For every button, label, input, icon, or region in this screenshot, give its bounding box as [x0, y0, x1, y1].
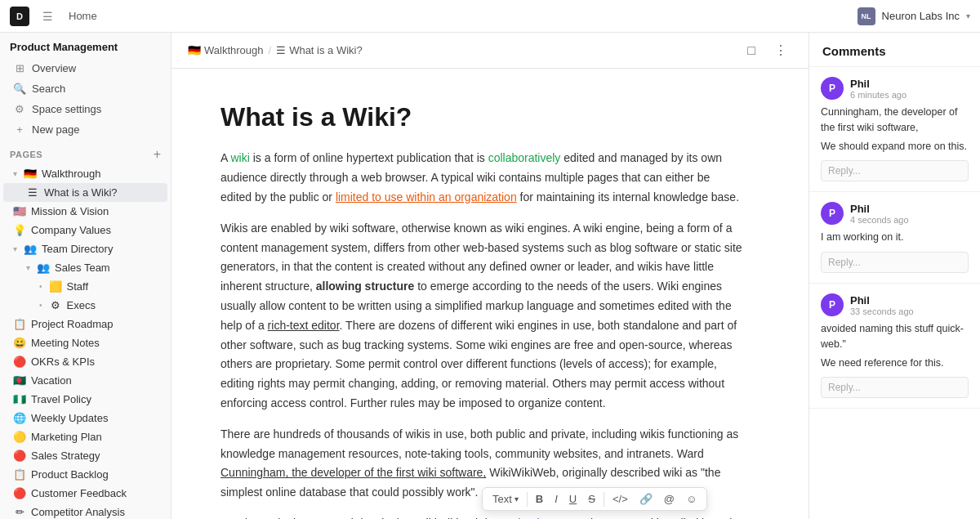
sidebar-item-label-walkthrough: Walkthrough: [42, 168, 101, 180]
home-label[interactable]: Home: [69, 10, 97, 22]
sidebar-item-new-page[interactable]: + New page: [3, 119, 167, 140]
pages-section: Pages +: [0, 140, 171, 164]
weekly-emoji: 🌐: [13, 412, 26, 424]
backlog-emoji: 📋: [13, 468, 26, 481]
comment-toggle-button[interactable]: □: [740, 39, 763, 62]
sidebar-item-label-what-is-wiki: What is a Wiki?: [44, 186, 118, 199]
sidebar-item-label-sales-team: Sales Team: [55, 262, 110, 274]
chevron-sales-icon: ▾: [26, 263, 30, 272]
content-panel: 🇩🇪 Walkthrough / ☰ What is a Wiki? □ ⋮ W…: [172, 33, 980, 519]
grid-icon: ⊞: [13, 62, 26, 74]
search-icon: 🔍: [13, 83, 26, 95]
sidebar-item-label-project-roadmap: Project Roadmap: [31, 318, 113, 330]
workspace-chevron-icon[interactable]: ▾: [966, 11, 970, 20]
comment-time-1: 6 minutes ago: [850, 90, 906, 100]
topbar: D ☰ Home NL Neuron Labs Inc ▾: [0, 0, 980, 33]
sidebar-item-company-values[interactable]: 💡 Company Values: [3, 221, 167, 239]
sidebar-item-label-staff: Staff: [67, 280, 89, 293]
sidebar-item-overview[interactable]: ⊞ Overview: [3, 58, 167, 78]
underline-button[interactable]: U: [564, 490, 581, 508]
text-chevron-icon: ▾: [514, 494, 519, 503]
sidebar-item-marketing-plan[interactable]: 🟡 Marketing Plan: [3, 427, 167, 446]
mention-button[interactable]: @: [659, 490, 679, 508]
rich-text-editor-link[interactable]: rich-text editor: [268, 319, 340, 332]
comment-header-3: P Phil 33 seconds ago: [821, 293, 969, 316]
sidebar-item-label-company-values: Company Values: [31, 224, 111, 236]
sidebar-item-space-settings[interactable]: ⚙ Space settings: [3, 99, 167, 119]
comment-header-1: P Phil 6 minutes ago: [821, 77, 969, 100]
breadcrumb-wiki-label: What is a Wiki?: [289, 44, 363, 56]
roadmap-emoji: 📋: [13, 318, 26, 330]
sidebar-item-sales-strategy[interactable]: 🔴 Sales Strategy: [3, 446, 167, 465]
sidebar-item-label-vacation: Vacation: [31, 374, 72, 387]
sidebar-item-product-backlog[interactable]: 📋 Product Backlog: [3, 465, 167, 484]
sidebar-item-weekly-updates[interactable]: 🌐 Weekly Updates: [3, 409, 167, 427]
sidebar-item-label-customer-feedback: Customer Feedback: [31, 487, 127, 499]
sidebar-item-travel-policy[interactable]: 🇳🇬 Travel Policy: [3, 390, 167, 409]
sidebar-item-sales-team[interactable]: ▾ 👥 Sales Team: [3, 258, 167, 277]
cunningham-link[interactable]: Cunningham, the developer of the first w…: [220, 466, 486, 479]
pages-label: Pages: [10, 150, 42, 159]
comment-text-2: I am working on it.: [821, 230, 969, 245]
more-options-button[interactable]: ⋮: [769, 39, 792, 62]
sidebar-toggle[interactable]: ☰: [36, 5, 59, 28]
sidebar-item-okrs-kpis[interactable]: 🔴 OKRs & KPIs: [3, 352, 167, 371]
sidebar-item-competitor-analysis[interactable]: ✏ Competitor Analysis: [3, 503, 167, 519]
limited-to-use-link[interactable]: limited to use within an organization: [336, 190, 517, 204]
strikethrough-button[interactable]: S: [583, 490, 600, 508]
add-page-button[interactable]: +: [154, 148, 161, 161]
doc-paragraph-4: Ward Cunningham started developing WikiW…: [220, 514, 743, 519]
sidebar-item-execs[interactable]: • ⚙ Execs: [3, 296, 167, 315]
bulb-emoji: 💡: [13, 224, 26, 236]
code-button[interactable]: </>: [608, 490, 633, 508]
emoji-button[interactable]: ☺: [681, 490, 702, 508]
wiki-link[interactable]: wiki: [230, 151, 249, 164]
sidebar-item-what-is-wiki[interactable]: ☰ What is a Wiki?: [3, 183, 167, 202]
document-area: What is a Wiki? A wiki is a form of onli…: [172, 69, 792, 519]
comments-title: Comments: [809, 33, 980, 67]
sidebar-item-walkthrough[interactable]: ▾ 🇩🇪 Walkthrough: [3, 164, 167, 183]
comment-author-1: Phil: [850, 78, 906, 90]
header-actions: □ ⋮: [740, 39, 792, 62]
competitor-emoji: ✏: [13, 506, 26, 518]
workspace-name: Neuron Labs Inc: [882, 10, 960, 22]
comment-item-1: P Phil 6 minutes ago Cunningham, the dev…: [809, 67, 980, 192]
comment-text-3b: We need reference for this.: [821, 356, 969, 371]
chevron-right-icon: ▾: [13, 244, 17, 253]
bold-button[interactable]: B: [531, 490, 548, 508]
comment-item-2: P Phil 4 seconds ago I am working on it.…: [809, 192, 980, 284]
topbar-right: NL Neuron Labs Inc ▾: [858, 7, 970, 25]
sidebar-nav-label-overview: Overview: [32, 62, 76, 74]
doc-title: What is a Wiki?: [220, 101, 743, 132]
sidebar-item-search[interactable]: 🔍 Search: [3, 78, 167, 99]
italic-button[interactable]: I: [550, 490, 563, 508]
team-emoji: 👥: [24, 243, 37, 255]
comment-reply-1[interactable]: Reply...: [821, 160, 969, 181]
comment-reply-3[interactable]: Reply...: [821, 377, 969, 398]
comment-avatar-2: P: [821, 202, 844, 225]
text-style-button[interactable]: Text ▾: [488, 490, 523, 508]
bold-allowing-structure: allowing structure: [316, 280, 415, 293]
plus-icon: +: [13, 123, 26, 136]
sidebar-nav-label-search: Search: [32, 83, 65, 95]
sidebar-item-label-travel-policy: Travel Policy: [31, 393, 91, 405]
comment-reply-2[interactable]: Reply...: [821, 252, 969, 273]
link-button[interactable]: 🔗: [635, 490, 657, 508]
breadcrumb-walkthrough-label: Walkthrough: [204, 44, 264, 56]
sidebar-item-project-roadmap[interactable]: 📋 Project Roadmap: [3, 315, 167, 333]
doc-breadcrumb-icon: ☰: [276, 44, 286, 56]
sidebar-item-staff[interactable]: • 🟨 Staff: [3, 277, 167, 296]
sidebar-item-mission-vision[interactable]: 🇺🇸 Mission & Vision: [3, 202, 167, 221]
comment-meta-2: Phil 4 seconds ago: [850, 203, 909, 225]
comment-avatar-3: P: [821, 293, 844, 316]
breadcrumb-what-is-wiki[interactable]: ☰ What is a Wiki?: [276, 44, 363, 56]
sidebar-item-customer-feedback[interactable]: 🔴 Customer Feedback: [3, 484, 167, 503]
sidebar-item-team-directory[interactable]: ▾ 👥 Team Directory: [3, 239, 167, 258]
sidebar-item-meeting-notes[interactable]: 😀 Meeting Notes: [3, 333, 167, 352]
collaboratively-link[interactable]: collaboratively: [488, 151, 561, 164]
sidebar-item-vacation[interactable]: 🇧🇩 Vacation: [3, 371, 167, 390]
sidebar-item-label-mission-vision: Mission & Vision: [31, 205, 109, 217]
vacation-emoji: 🇧🇩: [13, 374, 26, 387]
feedback-emoji: 🔴: [13, 487, 26, 499]
breadcrumb-walkthrough[interactable]: 🇩🇪 Walkthrough: [188, 44, 264, 56]
